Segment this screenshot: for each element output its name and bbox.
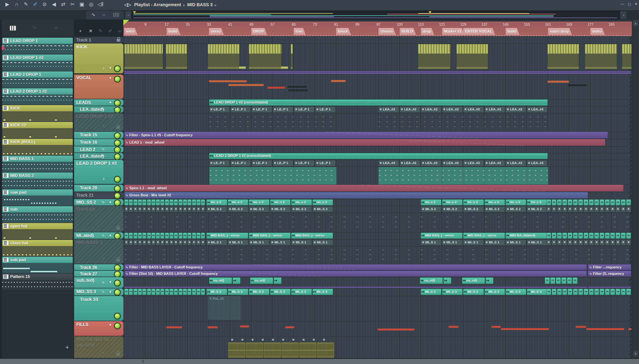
track-header[interactable]: Track 15 — [74, 132, 123, 138]
tiny-audio-clip[interactable]: ↦ — [151, 232, 156, 239]
sub-audio-clip[interactable]: ↦su..ed) — [420, 277, 443, 284]
tiny-audio-clip[interactable]: ↦ — [151, 289, 156, 295]
piano-view-icon[interactable] — [113, 13, 119, 17]
timeline-marker[interactable]: DROP — [251, 28, 267, 35]
timeline-marker[interactable]: verso — [209, 28, 224, 35]
tiny-muted-clip[interactable]: ✕ — [169, 240, 173, 246]
chevron-down-icon[interactable]: ▼ — [109, 76, 112, 80]
tiny-muted-clip[interactable]: ✕ — [610, 240, 615, 246]
tiny-muted-clip[interactable]: ✕ — [165, 206, 169, 212]
kick-audio-clip[interactable] — [208, 44, 240, 69]
add-track-icon[interactable]: + — [79, 28, 82, 34]
delete-icon[interactable]: ⊘ — [40, 1, 49, 7]
track-header[interactable]: Track 20 — [74, 185, 123, 192]
tiny-audio-clip[interactable]: ↦ — [599, 199, 604, 206]
track-header[interactable]: sub..ted)∿▼ — [74, 277, 123, 288]
kick-audio-clip[interactable] — [585, 44, 617, 69]
muted-pattern-clip[interactable]: ✕MI..S 2 — [249, 206, 269, 212]
chevron-up-icon[interactable]: ▲ — [109, 200, 112, 204]
tiny-audio-clip[interactable]: ↦ — [129, 232, 133, 239]
track-header[interactable]: MID..SS 3∿▲ — [74, 288, 123, 296]
muted-pattern-clip[interactable]: ✕LEA..#2 — [527, 106, 548, 112]
tiny-muted-clip[interactable]: ✕ — [552, 206, 556, 212]
audio-clip[interactable]: ↦MID BAS..) - verso — [463, 232, 505, 239]
tiny-audio-clip[interactable]: ↦ — [546, 289, 551, 295]
timeline-marker[interactable]: intro — [124, 28, 138, 35]
pattern-item[interactable]: LEAD DROP 1 #2 — [2, 54, 73, 71]
kick-audio-clip[interactable] — [418, 44, 451, 69]
tiny-audio-clip[interactable]: ↦ — [169, 199, 173, 206]
chevron-down-icon[interactable]: ▼ — [109, 66, 112, 70]
kick-audio-clip[interactable] — [456, 44, 488, 69]
timeline-marker[interactable]: Marker #1 — [442, 28, 465, 35]
tiny-muted-clip[interactable]: ✕ — [133, 206, 138, 212]
tiny-muted-clip[interactable]: ✕ — [138, 206, 142, 212]
audio-clip-consolidated[interactable]: ↦LEAD 2 DROP 1 #2 (consolidated) — [209, 153, 548, 159]
timeline-marker[interactable]: build — [167, 28, 181, 35]
tiny-audio-clip[interactable]: ↦ — [147, 199, 151, 206]
tiny-audio-clip[interactable]: ↦ — [557, 289, 562, 295]
muted-pattern-clip[interactable]: ✕MI..S 2 — [463, 206, 484, 212]
playlist-overview-minimap[interactable] — [132, 11, 619, 20]
fill-note-clip[interactable] — [586, 328, 624, 330]
audio-clip[interactable]: ↦mi..s 2 — [527, 199, 548, 206]
audio-clip[interactable]: ↦MI..S 3 — [291, 289, 312, 295]
timeline-marker[interactable]: tran — [294, 28, 306, 35]
tiny-audio-clip[interactable]: ↦ — [552, 232, 556, 239]
kick-audio-clip[interactable] — [622, 44, 632, 69]
kick-audio-clip[interactable] — [291, 44, 293, 69]
tiny-audio-clip[interactable]: ↦ — [133, 289, 138, 295]
track-led[interactable] — [114, 185, 121, 192]
muted-pattern-clip[interactable]: ✕MI..S 1 — [421, 240, 442, 246]
tiny-audio-clip[interactable]: ↦ — [192, 199, 196, 206]
audio-clip[interactable]: ↦MI..S 3 — [527, 289, 548, 295]
tiny-audio-clip[interactable]: ↦ — [201, 289, 205, 295]
slice-icon[interactable]: ✂ — [68, 1, 77, 7]
track-led[interactable] — [114, 140, 121, 146]
tiny-audio-clip[interactable]: ↦ — [615, 232, 620, 239]
fill-note-clip[interactable] — [492, 326, 501, 328]
tiny-muted-clip[interactable]: ✕ — [546, 240, 551, 246]
pattern-item[interactable]: KICK (ROLL) — [2, 139, 73, 155]
muted-pattern-clip[interactable]: ✕LE..P 1 — [315, 160, 336, 166]
track-header[interactable]: VOCAL▼ — [74, 74, 123, 99]
tiny-audio-clip[interactable]: ↦ — [599, 289, 604, 295]
tiny-audio-clip[interactable]: ↦ — [165, 289, 169, 295]
track-led[interactable] — [114, 132, 121, 139]
tiny-audio-clip[interactable]: ↦ — [573, 199, 578, 206]
track-led[interactable] — [114, 154, 121, 160]
tiny-audio-clip[interactable]: ↦ — [138, 289, 142, 295]
tiny-audio-clip[interactable]: ↦ — [545, 277, 550, 284]
track-header[interactable]: LEAD 2 DROP 1 #2···♪ — [74, 160, 123, 184]
tiny-audio-clip[interactable]: ↦ — [562, 289, 567, 295]
timeline-marker[interactable]: BUILD — [400, 28, 416, 35]
tiny-audio-clip[interactable]: ↦ — [605, 199, 610, 206]
automation-clip[interactable]: ∿Gross Beat - Mix level #2 — [124, 192, 588, 199]
muted-pattern-clip[interactable]: ✕MI..S 1 — [291, 240, 312, 246]
muted-pattern-clip[interactable]: ✕LE..P 1 — [251, 106, 272, 112]
tiny-muted-clip[interactable]: ✕ — [133, 240, 138, 246]
hat-waveform-clip[interactable] — [281, 342, 299, 358]
muted-pattern-clip[interactable]: ✕MI..S 2 — [228, 206, 248, 212]
tiny-muted-clip[interactable]: ✕ — [178, 240, 183, 246]
tiny-muted-clip[interactable]: ✕ — [151, 206, 156, 212]
track-header[interactable]: Track 27 — [74, 271, 123, 277]
track-header[interactable]: MID BASS 1···♪ — [74, 239, 123, 264]
tiny-audio-clip[interactable]: ↦ — [187, 199, 191, 206]
tiny-audio-clip[interactable]: ↦ — [160, 289, 164, 295]
timeline-ruler[interactable]: 9172533414957657381899710511312112913714… — [123, 20, 632, 36]
track-header[interactable]: MID..SS 2∿▲ — [74, 199, 123, 206]
mini-automation-clip[interactable] — [124, 286, 587, 288]
tiny-audio-clip[interactable]: ↦ — [594, 289, 599, 295]
tiny-audio-clip[interactable]: ↦ — [578, 289, 583, 295]
tiny-muted-clip[interactable]: ✕ — [165, 240, 169, 246]
tiny-muted-clip[interactable]: ✕ — [174, 240, 178, 246]
tiny-audio-clip[interactable]: ↦ — [183, 289, 187, 295]
track-header[interactable]: Track 1 — [74, 37, 123, 43]
track-header[interactable]: LEADS▲ — [74, 99, 123, 106]
audio-clip[interactable]: ↦MI..S 3 — [312, 289, 333, 295]
wave-icon[interactable]: ∿ — [91, 12, 95, 17]
tiny-audio-clip[interactable]: ↦ — [567, 232, 572, 239]
menu-dots-icon[interactable]: ··· — [80, 178, 85, 182]
tiny-audio-clip[interactable]: ↦ — [138, 199, 142, 206]
